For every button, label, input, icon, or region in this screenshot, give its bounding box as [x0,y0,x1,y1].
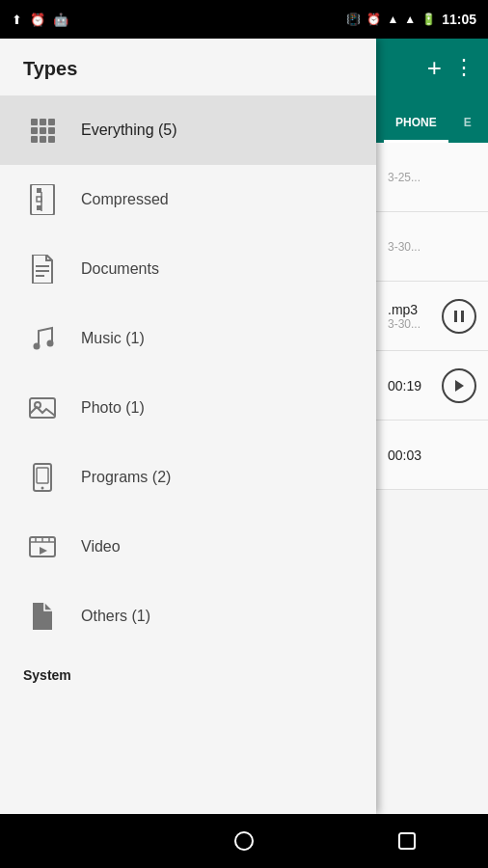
list-item: .mp3 3-30... [376,282,488,351]
video-icon [23,528,62,566]
status-bar-right-icons: 📳 ⏰ ▲ ▲ 🔋 11:05 [346,12,476,27]
programs-label: Programs (2) [81,469,171,486]
svg-point-18 [47,340,54,347]
svg-rect-19 [30,398,55,418]
menu-item-photo[interactable]: Photo (1) [0,373,376,443]
vibrate-icon: 📳 [346,13,361,26]
list-item-text: .mp3 3-30... [388,302,442,331]
list-item: 3-30... [376,212,488,282]
svg-rect-0 [31,119,38,125]
documents-label: Documents [81,260,159,278]
system-section-header: System [0,651,376,692]
svg-rect-8 [48,136,55,143]
everything-label: Everything (5) [81,122,177,139]
alarm-icon: ⏰ [30,13,45,27]
list-item-text: 3-25... [388,171,476,184]
drawer-spacer [0,692,376,814]
svg-point-23 [41,487,44,490]
play-button[interactable] [442,368,476,403]
time-display: 11:05 [442,12,476,27]
menu-item-compressed[interactable]: Compressed [0,165,376,234]
android-icon: 🤖 [53,13,68,27]
menu-item-video[interactable]: Video [0,512,376,582]
grid-icon [23,111,62,149]
svg-point-17 [34,343,41,350]
svg-rect-32 [461,311,464,322]
svg-rect-1 [40,119,46,125]
list-item-sub: 3-30... [388,317,442,331]
right-panel: + ⋮ PHONE E 3-25... 3-30... [376,39,488,814]
status-bar-left-icons: ⬆ ⏰ 🤖 [12,13,68,27]
svg-rect-6 [31,136,38,143]
drawer-title: Types [23,58,77,79]
svg-marker-33 [455,380,464,392]
svg-rect-3 [31,127,38,134]
svg-rect-5 [48,127,55,134]
svg-rect-4 [40,127,46,134]
svg-rect-36 [399,833,415,849]
list-item-title: .mp3 [388,302,442,317]
list-item-text: 00:19 [388,378,442,393]
list-item-title: 00:19 [388,378,442,393]
tab-phone[interactable]: PHONE [384,104,448,143]
battery-icon: 🔋 [421,13,436,26]
tab-row: PHONE E [376,96,488,143]
video-label: Video [81,538,121,556]
music-label: Music (1) [81,330,145,347]
svg-rect-7 [40,136,46,143]
list-item-text: 00:03 [388,448,476,463]
list-item: 3-25... [376,143,488,212]
photo-label: Photo (1) [81,399,145,417]
compressed-label: Compressed [81,191,169,208]
programs-icon [23,458,62,497]
signal-icon: ▲ [404,13,416,26]
tab-e[interactable]: E [452,104,483,143]
menu-item-programs[interactable]: Programs (2) [0,443,376,512]
music-icon [23,319,62,358]
menu-item-everything[interactable]: Everything (5) [0,95,376,165]
cast-icon: ⬆ [12,13,22,27]
more-icon[interactable]: ⋮ [453,55,476,80]
pause-button[interactable] [442,299,476,334]
list-item: 00:03 [376,420,488,490]
photo-icon [23,389,62,427]
main-container: Types Everything (5) [0,39,488,814]
list-item-title: 00:03 [388,448,476,463]
system-label: System [23,667,71,683]
list-item-sub: 3-30... [388,240,476,254]
wifi-icon: ▲ [387,13,398,26]
drawer-header: Types [0,39,376,95]
others-icon [23,597,62,636]
others-label: Others (1) [81,608,150,625]
list-item-text: 3-30... [388,240,476,254]
back-button[interactable] [52,814,110,868]
svg-marker-30 [40,547,47,555]
compressed-icon [23,180,62,219]
svg-rect-31 [454,311,457,322]
menu-item-music[interactable]: Music (1) [0,304,376,373]
alarm2-icon: ⏰ [366,13,381,26]
list-item-sub: 3-25... [388,171,476,184]
svg-rect-2 [48,119,55,125]
status-bar: ⬆ ⏰ 🤖 📳 ⏰ ▲ ▲ 🔋 11:05 [0,0,488,39]
drawer-panel: Types Everything (5) [0,39,376,814]
right-list: 3-25... 3-30... .mp3 3-30... [376,143,488,814]
recent-button[interactable] [378,814,436,868]
svg-rect-9 [31,184,54,215]
add-icon[interactable]: + [427,53,442,83]
menu-item-others[interactable]: Others (1) [0,582,376,651]
right-panel-header: + ⋮ [376,39,488,96]
svg-point-35 [235,832,253,850]
svg-marker-34 [76,832,86,850]
home-button[interactable] [215,814,273,868]
menu-item-documents[interactable]: Documents [0,234,376,304]
svg-rect-22 [37,468,48,483]
documents-icon [23,250,62,288]
bottom-nav [0,814,488,868]
list-item: 00:19 [376,351,488,420]
